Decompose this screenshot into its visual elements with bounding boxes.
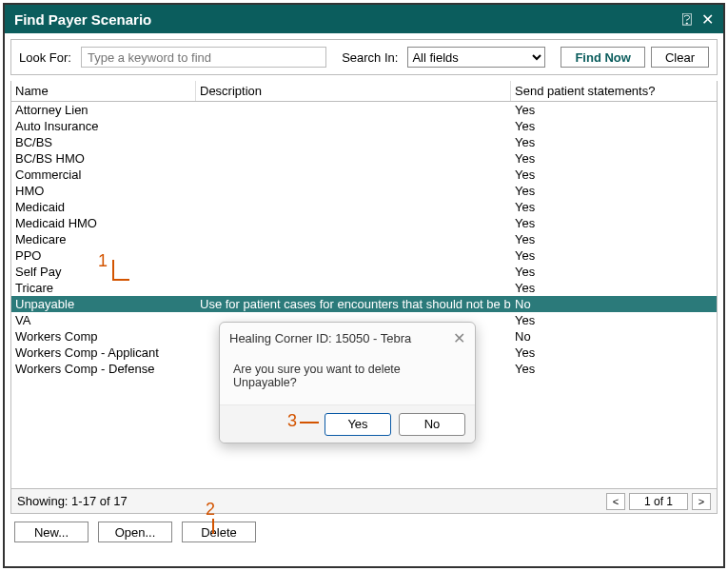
results-grid: Name Description Send patient statements… — [10, 81, 718, 514]
cell-name: Tricare — [11, 280, 196, 296]
table-row[interactable]: BC/BSYes — [11, 134, 717, 150]
cell-name: Unpayable — [11, 296, 196, 312]
cell-description: Use for patient cases for encounters tha… — [196, 296, 511, 312]
cell-send: Yes — [511, 167, 717, 183]
open-button[interactable]: Open... — [98, 522, 172, 542]
cell-send: Yes — [511, 183, 717, 199]
search-input[interactable] — [81, 47, 326, 68]
close-icon[interactable]: ✕ — [701, 10, 714, 29]
cell-name: Medicaid — [11, 199, 196, 215]
title-bar: Find Payer Scenario ⍰ ✕ — [5, 5, 723, 33]
column-header-name[interactable]: Name — [11, 81, 196, 101]
cell-send: Yes — [511, 345, 717, 361]
dialog-close-icon[interactable]: ✕ — [453, 329, 465, 347]
new-button[interactable]: New... — [14, 522, 89, 542]
cell-name: Workers Comp - Defense — [11, 361, 196, 377]
cell-name: VA — [11, 312, 196, 328]
cell-send: Yes — [511, 312, 717, 328]
cell-send: Yes — [511, 134, 717, 150]
table-row[interactable]: HMOYes — [11, 183, 717, 199]
cell-name: Workers Comp - Applicant — [11, 345, 196, 361]
cell-name: Workers Comp — [11, 328, 196, 345]
cell-name: HMO — [11, 183, 196, 199]
find-now-button[interactable]: Find Now — [561, 47, 645, 68]
cell-name: BC/BS HMO — [11, 150, 196, 167]
cell-send: Yes — [511, 247, 717, 264]
cell-send: Yes — [511, 280, 717, 296]
cell-name: Medicare — [11, 231, 196, 247]
cell-send: No — [511, 296, 717, 312]
cell-name: PPO — [11, 247, 196, 264]
cell-name: Commercial — [11, 167, 196, 183]
status-bar: Showing: 1-17 of 17 < > — [11, 488, 717, 513]
cell-name: Self Pay — [11, 264, 196, 280]
table-row[interactable]: BC/BS HMOYes — [11, 150, 717, 167]
showing-label: Showing: 1-17 of 17 — [17, 494, 128, 508]
cell-send: Yes — [511, 150, 717, 167]
help-icon[interactable]: ⍰ — [682, 10, 692, 28]
bottom-button-bar: New... Open... Delete — [5, 514, 723, 550]
cell-send: Yes — [511, 231, 717, 247]
cell-name: Auto Insurance — [11, 118, 196, 134]
cell-send: Yes — [511, 102, 717, 118]
look-for-label: Look For: — [19, 50, 71, 65]
dialog-no-button[interactable]: No — [399, 413, 465, 436]
cell-send: Yes — [511, 264, 717, 280]
table-row[interactable]: CommercialYes — [11, 167, 717, 183]
page-input[interactable] — [629, 493, 688, 510]
grid-header: Name Description Send patient statements… — [11, 81, 717, 102]
dialog-title: Healing Corner ID: 15050 - Tebra — [229, 331, 411, 345]
cell-name: BC/BS — [11, 134, 196, 150]
dialog-message: Are you sure you want to delete Unpayabl… — [220, 353, 475, 404]
search-in-select[interactable]: All fields — [407, 47, 545, 68]
cell-name: Attorney Lien — [11, 102, 196, 118]
page-prev-button[interactable]: < — [606, 493, 625, 510]
search-panel: Look For: Search In: All fields Find Now… — [10, 39, 718, 75]
table-row[interactable]: MedicaidYes — [11, 199, 717, 215]
table-row[interactable]: Attorney LienYes — [11, 102, 717, 118]
cell-name: Medicaid HMO — [11, 215, 196, 231]
table-row[interactable]: PPOYes — [11, 247, 717, 264]
table-row[interactable]: Medicaid HMOYes — [11, 215, 717, 231]
cell-send: No — [511, 328, 717, 345]
delete-button[interactable]: Delete — [182, 522, 256, 542]
dialog-yes-button[interactable]: Yes — [325, 413, 391, 436]
table-row[interactable]: TricareYes — [11, 280, 717, 296]
table-row[interactable]: UnpayableUse for patient cases for encou… — [11, 296, 717, 312]
window-title: Find Payer Scenario — [14, 11, 151, 28]
table-row[interactable]: Auto InsuranceYes — [11, 118, 717, 134]
table-row[interactable]: Self PayYes — [11, 264, 717, 280]
cell-send: Yes — [511, 118, 717, 134]
cell-send: Yes — [511, 361, 717, 377]
table-row[interactable]: MedicareYes — [11, 231, 717, 247]
column-header-send[interactable]: Send patient statements? — [511, 81, 717, 101]
page-next-button[interactable]: > — [692, 493, 711, 510]
pager: < > — [606, 493, 711, 510]
cell-send: Yes — [511, 215, 717, 231]
column-header-description[interactable]: Description — [196, 81, 511, 101]
cell-send: Yes — [511, 199, 717, 215]
search-in-label: Search In: — [342, 50, 398, 65]
clear-button[interactable]: Clear — [651, 47, 709, 68]
confirm-dialog: Healing Corner ID: 15050 - Tebra ✕ Are y… — [219, 322, 476, 443]
